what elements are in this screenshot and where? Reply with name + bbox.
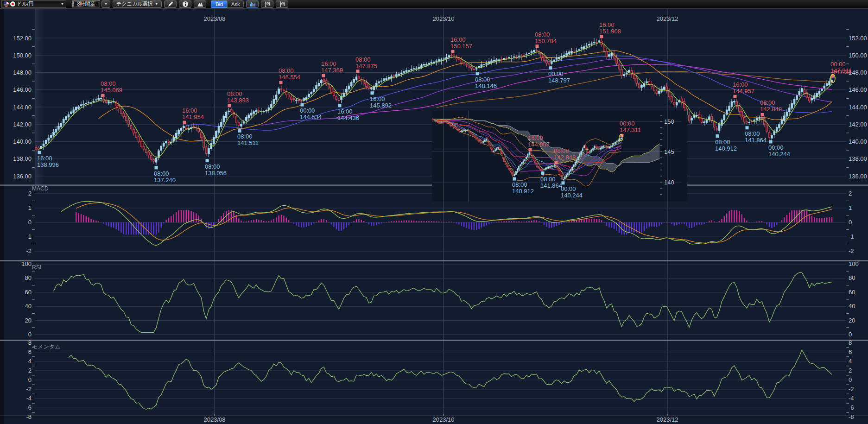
svg-text:16:00: 16:00: [370, 95, 385, 102]
bid-button[interactable]: Bid: [211, 0, 227, 8]
svg-text:08:00: 08:00: [237, 133, 253, 140]
svg-text:147.31: 147.31: [833, 69, 851, 76]
chart-background: [0, 8, 868, 424]
svg-text:148.00: 148.00: [13, 69, 32, 76]
technical-select-button[interactable]: テクニカル選択 ▼: [113, 0, 162, 8]
svg-text:141.511: 141.511: [237, 139, 259, 146]
svg-text:00:00: 00:00: [300, 107, 315, 114]
svg-text:140: 140: [664, 179, 674, 186]
svg-text:08:00: 08:00: [540, 176, 556, 183]
svg-text:142.00: 142.00: [13, 121, 32, 128]
svg-text:16:00: 16:00: [337, 108, 353, 115]
svg-text:145: 145: [664, 148, 674, 155]
svg-text:-1: -1: [849, 233, 854, 240]
low-marker: [541, 171, 545, 175]
svg-text:08:00: 08:00: [535, 31, 550, 38]
low-marker: [38, 151, 41, 154]
high-marker: [101, 94, 105, 97]
svg-text:-2: -2: [26, 386, 32, 392]
svg-text:08:00: 08:00: [715, 139, 730, 146]
svg-text:143.893: 143.893: [227, 97, 249, 104]
svg-text:00:00: 00:00: [620, 120, 635, 127]
svg-text:80: 80: [849, 274, 855, 281]
svg-text:2023/10: 2023/10: [433, 416, 455, 423]
high-marker: [761, 113, 764, 116]
toolbar: ドル/円 ▼ 8時間足 ▼ テクニカル選択 ▼: [0, 0, 868, 8]
currency-pair-selector[interactable]: ドル/円 ▼: [1, 0, 66, 8]
low-marker: [206, 159, 209, 162]
svg-text:147.875: 147.875: [355, 63, 377, 70]
volume-bars-button[interactable]: [246, 0, 259, 8]
svg-text:80: 80: [25, 274, 32, 281]
svg-text:146.00: 146.00: [13, 86, 32, 93]
zoom-out-button[interactable]: [261, 0, 273, 8]
timeframe-dropdown-button[interactable]: ▼: [101, 0, 110, 8]
svg-text:-6: -6: [849, 404, 854, 411]
svg-text:136.00: 136.00: [13, 173, 32, 180]
svg-text:144.00: 144.00: [13, 104, 32, 111]
low-marker: [746, 126, 749, 129]
chart-canvas[interactable]: 2023/082023/082023/102023/102023/122023/…: [0, 0, 868, 424]
svg-text:138.056: 138.056: [205, 170, 227, 177]
us-flag-icon: [4, 1, 9, 6]
inset-chart[interactable]: 16:00144.95708:00142.84800:00147.31108:0…: [432, 111, 687, 202]
jp-flag-icon: [10, 1, 15, 6]
low-marker: [562, 181, 565, 184]
svg-text:146.554: 146.554: [279, 74, 300, 81]
svg-text:08:00: 08:00: [475, 76, 490, 83]
svg-text:-4: -4: [849, 395, 854, 402]
svg-text:16:00: 16:00: [182, 107, 197, 114]
chevron-down-icon: ▼: [104, 2, 108, 6]
svg-text:-2: -2: [26, 247, 32, 254]
svg-text:145.069: 145.069: [101, 87, 122, 94]
svg-text:144.534: 144.534: [300, 114, 322, 120]
bid-ask-toggle: Bid Ask: [211, 0, 244, 8]
mountain-chart-icon: [197, 1, 203, 7]
svg-text:00:00: 00:00: [768, 144, 784, 151]
svg-text:138.00: 138.00: [13, 155, 32, 162]
svg-text:-4: -4: [26, 395, 32, 402]
high-marker: [356, 70, 360, 73]
svg-text:0: 0: [28, 331, 32, 338]
high-marker: [183, 121, 186, 124]
svg-text:2023/08: 2023/08: [204, 416, 226, 423]
svg-text:150.784: 150.784: [535, 38, 557, 44]
high-marker: [536, 44, 539, 48]
svg-text:137.240: 137.240: [154, 177, 176, 184]
low-marker: [238, 129, 241, 133]
svg-text:144.957: 144.957: [733, 88, 754, 95]
zoom-in-button[interactable]: [276, 0, 288, 8]
svg-text:40: 40: [25, 303, 32, 310]
timeframe-display[interactable]: 8時間足: [72, 0, 100, 7]
svg-text:20: 20: [25, 317, 32, 324]
svg-text:141.954: 141.954: [182, 114, 204, 120]
svg-text:0: 0: [849, 376, 852, 383]
svg-text:150.157: 150.157: [450, 43, 472, 50]
info-button[interactable]: [179, 0, 191, 8]
chart-type-button[interactable]: [194, 0, 206, 8]
currency-pair-label: ドル/円: [17, 0, 34, 7]
svg-text:148.797: 148.797: [548, 77, 570, 84]
low-marker: [476, 72, 479, 75]
svg-text:0: 0: [28, 376, 32, 383]
svg-text:16:00: 16:00: [450, 36, 466, 43]
svg-text:140.244: 140.244: [561, 192, 583, 199]
trading-chart-window: ドル/円 ▼ 8時間足 ▼ テクニカル選択 ▼: [0, 0, 868, 424]
low-marker: [371, 91, 374, 95]
svg-text:140.00: 140.00: [849, 138, 867, 145]
high-marker: [734, 95, 737, 98]
svg-text:142.00: 142.00: [849, 121, 867, 128]
svg-text:16:00: 16:00: [37, 155, 52, 162]
svg-text:150.00: 150.00: [13, 52, 32, 59]
svg-text:20: 20: [849, 317, 855, 324]
low-marker: [338, 104, 342, 107]
left-edge-strip: [0, 8, 4, 424]
ask-button[interactable]: Ask: [227, 0, 244, 8]
svg-text:138.00: 138.00: [849, 155, 867, 162]
svg-text:147.369: 147.369: [321, 67, 343, 74]
svg-text:4: 4: [28, 358, 32, 365]
svg-text:144.957: 144.957: [528, 141, 550, 148]
draw-tool-button[interactable]: [164, 0, 177, 8]
svg-text:152.00: 152.00: [849, 35, 867, 42]
svg-text:08:00: 08:00: [154, 170, 169, 177]
